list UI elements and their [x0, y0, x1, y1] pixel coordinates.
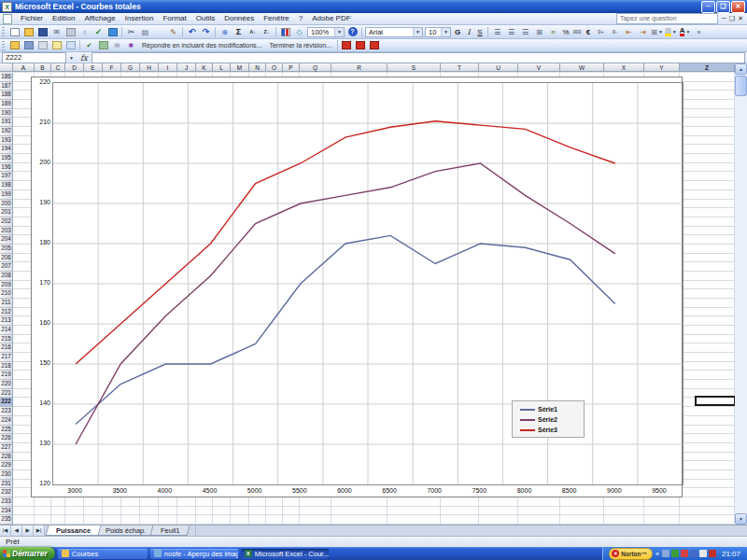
row-header-220[interactable]: 220 — [0, 380, 13, 389]
bold-button[interactable]: G — [452, 28, 463, 36]
formula-input[interactable] — [92, 52, 745, 63]
column-header-W[interactable]: W — [560, 63, 604, 72]
menu-fen-tre[interactable]: Fenêtre — [259, 13, 294, 24]
acrobat-pdf-mail-icon[interactable] — [355, 40, 367, 51]
row-header-196[interactable]: 196 — [0, 163, 13, 173]
row-header-222[interactable]: 222 — [0, 398, 13, 407]
row-header-189[interactable]: 189 — [0, 100, 13, 109]
chart-wizard-icon[interactable] — [279, 26, 291, 37]
align-left-icon[interactable]: ☰ — [491, 26, 503, 37]
legend-item-série2[interactable]: Série2 — [520, 414, 584, 425]
column-header-A[interactable]: A — [13, 63, 35, 72]
merge-center-icon[interactable]: ⊞ — [533, 26, 545, 37]
sheet-tab-puissance[interactable]: Puissance — [45, 525, 101, 536]
column-header-O[interactable]: O — [266, 63, 283, 72]
row-header-202[interactable]: 202 — [0, 217, 13, 227]
legend-item-série3[interactable]: Série3 — [520, 425, 584, 435]
menu-edition[interactable]: Edition — [48, 13, 79, 24]
currency-icon[interactable]: ¤ — [547, 26, 559, 37]
column-header-P[interactable]: P — [283, 63, 300, 72]
start-button[interactable]: Démarrer — [0, 547, 55, 560]
increase-indent-icon[interactable]: ⇥ — [637, 26, 649, 37]
column-header-J[interactable]: J — [177, 63, 196, 72]
acrobat-pdf-review-icon[interactable] — [369, 40, 381, 51]
menu-?[interactable]: ? — [294, 13, 307, 24]
row-header-200[interactable]: 200 — [0, 200, 13, 209]
column-header-F[interactable]: F — [103, 63, 121, 72]
column-header-M[interactable]: M — [231, 63, 249, 72]
column-header-I[interactable]: I — [159, 63, 177, 72]
toolbar-options-icon[interactable]: » — [693, 26, 705, 37]
menu-outils[interactable]: Outils — [191, 13, 219, 24]
mail-icon[interactable] — [699, 550, 707, 557]
column-header-N[interactable]: N — [249, 63, 266, 72]
restore-button[interactable]: ❏ — [716, 1, 730, 13]
row-header-234[interactable]: 234 — [0, 507, 13, 516]
cut-icon[interactable]: ✂ — [125, 26, 137, 37]
sheet-tab-poids-chap-[interactable]: Poids échap. — [95, 525, 158, 536]
column-header-K[interactable]: K — [196, 63, 213, 72]
euro-style-button[interactable]: € — [583, 28, 594, 36]
menu-fichier[interactable]: Fichier — [16, 13, 48, 24]
column-header-U[interactable]: U — [479, 63, 518, 72]
tab-scroll-next-icon[interactable]: ▶ — [22, 525, 34, 536]
column-header-X[interactable]: X — [604, 63, 644, 72]
row-header-210[interactable]: 210 — [0, 289, 13, 299]
column-header-E[interactable]: E — [84, 63, 103, 72]
tab-scroll-first-icon[interactable]: |◀ — [0, 525, 11, 536]
menu-format[interactable]: Format — [158, 13, 190, 24]
row-header-235[interactable]: 235 — [0, 515, 13, 525]
legend-item-série1[interactable]: Série1 — [520, 404, 584, 414]
save-workspace-icon[interactable] — [22, 40, 35, 51]
row-header-198[interactable]: 198 — [0, 181, 13, 190]
toolbar-gripper[interactable] — [2, 41, 5, 50]
menu-insertion[interactable]: Insertion — [120, 13, 159, 24]
comment-icon[interactable] — [50, 40, 63, 51]
graphics-icon[interactable] — [690, 550, 698, 557]
column-header-Z[interactable]: Z — [680, 63, 735, 72]
row-header-190[interactable]: 190 — [0, 109, 13, 119]
review-button-répondre[interactable]: Répondre en incluant des modifications..… — [138, 42, 265, 49]
antivirus-icon[interactable] — [681, 550, 688, 557]
format-painter-icon[interactable]: ✎ — [167, 26, 179, 37]
name-box-dropdown-icon[interactable]: ▼ — [66, 55, 77, 61]
save-icon[interactable] — [36, 26, 49, 37]
font-size-select[interactable]: 10▼ — [425, 27, 451, 37]
row-header-229[interactable]: 229 — [0, 461, 13, 470]
tab-scroll-prev-icon[interactable]: ◀ — [11, 525, 22, 536]
close-button[interactable]: ✕ — [731, 1, 745, 13]
align-center-icon[interactable]: ☰ — [505, 26, 517, 37]
print-preview-icon[interactable]: ○ — [78, 26, 91, 37]
italic-button[interactable]: I — [463, 28, 474, 36]
column-header-G[interactable]: G — [121, 63, 140, 72]
decrease-indent-icon[interactable]: ⇤ — [623, 26, 635, 37]
open-folder-icon[interactable] — [22, 26, 35, 37]
row-header-232[interactable]: 232 — [0, 488, 13, 497]
row-header-219[interactable]: 219 — [0, 371, 13, 380]
tab-scroll-last-icon[interactable]: ▶| — [34, 525, 45, 536]
column-header-Y[interactable]: Y — [644, 63, 680, 72]
remove-decimal-icon[interactable]: 0- — [609, 26, 621, 37]
row-header-233[interactable]: 233 — [0, 497, 13, 507]
undo-icon[interactable]: ↶ — [186, 26, 198, 37]
mail-recipient-icon[interactable]: ✉ — [111, 40, 123, 51]
menu-adobe-pdf[interactable]: Adobe PDF — [307, 13, 355, 24]
row-header-205[interactable]: 205 — [0, 245, 13, 254]
paste-icon[interactable]: ▫ — [153, 26, 165, 37]
sheet-tab-feuil1[interactable]: Feuil1 — [150, 525, 191, 536]
toolbar-gripper[interactable] — [2, 27, 5, 36]
row-header-218[interactable]: 218 — [0, 362, 13, 371]
share-workbook-icon[interactable] — [97, 40, 109, 51]
drawing-icon[interactable]: ◇ — [293, 26, 305, 37]
column-header-H[interactable]: H — [140, 63, 159, 72]
help-icon[interactable]: ? — [346, 26, 359, 37]
copy-icon[interactable]: ▤ — [139, 26, 151, 37]
review-marker-icon[interactable]: ✱ — [125, 40, 137, 51]
workbook-close-button[interactable]: ✕ — [738, 15, 743, 22]
row-header-214[interactable]: 214 — [0, 326, 13, 335]
row-header-208[interactable]: 208 — [0, 272, 13, 281]
row-header-193[interactable]: 193 — [0, 136, 13, 146]
row-header-223[interactable]: 223 — [0, 407, 13, 416]
column-header-S[interactable]: S — [388, 63, 441, 72]
menu-affichage[interactable]: Affichage — [79, 13, 120, 24]
